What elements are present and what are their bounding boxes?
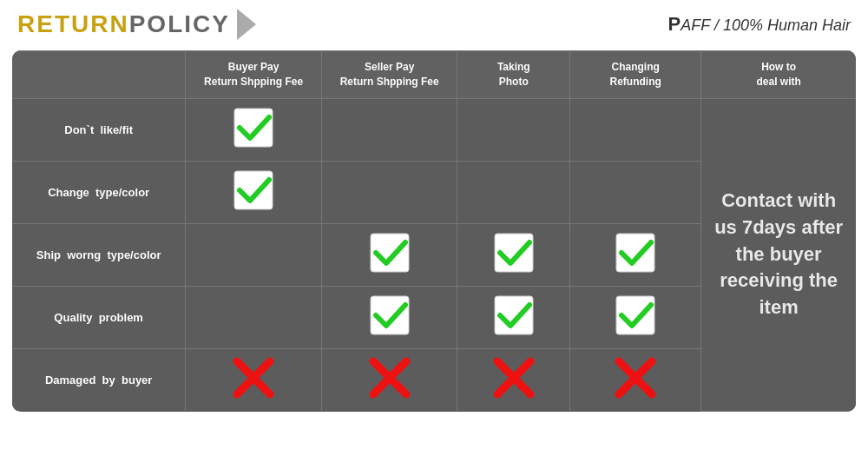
table-row: Don`t like/fit Contact with us 7days aft… bbox=[12, 98, 856, 161]
cell-empty bbox=[570, 98, 701, 161]
col-header-howto: How todeal with bbox=[701, 51, 856, 99]
col-header-buyer-pay: Buyer PayReturn Shpping Fee bbox=[186, 51, 322, 99]
row-label: Damaged by buyer bbox=[12, 348, 186, 411]
cross-icon bbox=[365, 353, 415, 403]
check-icon bbox=[613, 293, 658, 338]
title-arrow bbox=[237, 9, 256, 40]
col-header-seller-pay: Seller PayReturn Shpping Fee bbox=[321, 51, 457, 99]
check-icon bbox=[491, 293, 536, 338]
page-container: RETURN POLICY PAFF / 100% Human Hair Buy… bbox=[0, 0, 868, 476]
header-brand: PAFF / 100% Human Hair bbox=[668, 13, 851, 36]
title-policy: POLICY bbox=[129, 10, 230, 38]
check-icon bbox=[231, 105, 276, 150]
brand-initial: P bbox=[668, 13, 681, 35]
col-header-photo: TakingPhoto bbox=[457, 51, 570, 99]
cell-check bbox=[457, 223, 570, 286]
howto-cell: Contact with us 7days after the buyer re… bbox=[701, 98, 856, 411]
cell-empty bbox=[186, 223, 322, 286]
col-header-changing: ChangingRefunding bbox=[570, 51, 701, 99]
header-title: RETURN POLICY bbox=[17, 9, 256, 40]
check-icon bbox=[491, 230, 536, 275]
check-icon bbox=[613, 230, 658, 275]
cell-cross bbox=[457, 348, 570, 411]
cell-empty bbox=[321, 98, 457, 161]
table-container: Buyer PayReturn Shpping Fee Seller PayRe… bbox=[12, 50, 856, 412]
cell-empty bbox=[321, 161, 457, 223]
cell-empty bbox=[457, 161, 570, 223]
cell-check bbox=[570, 223, 701, 286]
table-header-row: Buyer PayReturn Shpping Fee Seller PayRe… bbox=[12, 51, 856, 99]
title-return: RETURN bbox=[17, 10, 129, 38]
cross-icon bbox=[610, 353, 661, 403]
cell-check bbox=[457, 286, 570, 348]
row-label: Don`t like/fit bbox=[12, 98, 186, 161]
row-label: Quality problem bbox=[12, 286, 186, 348]
check-icon bbox=[367, 230, 412, 275]
return-policy-table: Buyer PayReturn Shpping Fee Seller PayRe… bbox=[12, 50, 856, 412]
cell-check bbox=[321, 223, 457, 286]
cell-cross bbox=[570, 348, 701, 411]
cell-check bbox=[321, 286, 457, 348]
cross-icon bbox=[228, 353, 279, 403]
col-header-label bbox=[12, 51, 186, 99]
row-label: Change type/color bbox=[12, 161, 186, 223]
cell-check bbox=[186, 98, 322, 161]
cell-cross bbox=[321, 348, 457, 411]
check-icon bbox=[367, 293, 412, 338]
cross-icon bbox=[489, 353, 539, 403]
cell-check bbox=[186, 161, 322, 223]
cell-empty bbox=[186, 286, 322, 348]
cell-check bbox=[570, 286, 701, 348]
cell-empty bbox=[457, 98, 570, 161]
cell-empty bbox=[570, 161, 701, 223]
cell-cross bbox=[186, 348, 322, 411]
header: RETURN POLICY PAFF / 100% Human Hair bbox=[0, 0, 868, 47]
row-label: Ship worng type/color bbox=[12, 223, 186, 286]
check-icon bbox=[231, 168, 276, 213]
